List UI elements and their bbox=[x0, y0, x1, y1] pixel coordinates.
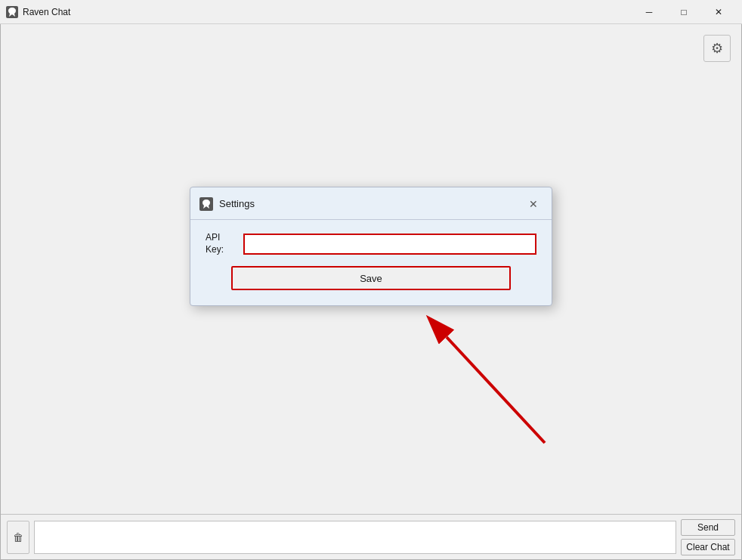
api-key-label: API Key: bbox=[206, 232, 243, 255]
title-bar: Raven Chat ─ □ ✕ bbox=[0, 0, 742, 24]
dialog-icon bbox=[199, 197, 213, 211]
save-button-row: Save bbox=[206, 266, 536, 290]
window-controls: ─ □ ✕ bbox=[632, 0, 736, 24]
app-title: Raven Chat bbox=[23, 7, 632, 17]
gear-icon: ⚙ bbox=[711, 40, 723, 57]
app-icon bbox=[6, 6, 18, 18]
settings-gear-button[interactable]: ⚙ bbox=[703, 35, 731, 62]
maximize-button[interactable]: □ bbox=[666, 0, 701, 24]
save-button[interactable]: Save bbox=[231, 266, 511, 290]
settings-dialog: Settings ✕ API Key: Save bbox=[190, 187, 552, 306]
app-body: ⚙ Settings ✕ API Key: Save bbox=[0, 24, 742, 560]
bottom-toolbar: 🗑 Send Clear Chat bbox=[1, 514, 741, 559]
dialog-title: Settings bbox=[219, 198, 524, 209]
trash-icon: 🗑 bbox=[13, 531, 23, 543]
close-button[interactable]: ✕ bbox=[701, 0, 736, 24]
bottom-right-buttons: Send Clear Chat bbox=[681, 519, 735, 555]
svg-line-1 bbox=[447, 337, 545, 443]
api-key-row: API Key: bbox=[206, 232, 536, 255]
send-button[interactable]: Send bbox=[681, 519, 735, 536]
dialog-body: API Key: Save bbox=[190, 220, 552, 305]
annotation-arrow bbox=[424, 314, 560, 469]
chat-input[interactable] bbox=[34, 521, 676, 554]
minimize-button[interactable]: ─ bbox=[632, 0, 666, 24]
dialog-close-button[interactable]: ✕ bbox=[524, 195, 543, 213]
attach-button[interactable]: 🗑 bbox=[7, 521, 29, 554]
dialog-title-bar: Settings ✕ bbox=[190, 187, 552, 220]
clear-chat-button[interactable]: Clear Chat bbox=[681, 539, 735, 555]
api-key-input[interactable] bbox=[243, 234, 536, 255]
dialog-overlay: Settings ✕ API Key: Save bbox=[1, 24, 741, 559]
